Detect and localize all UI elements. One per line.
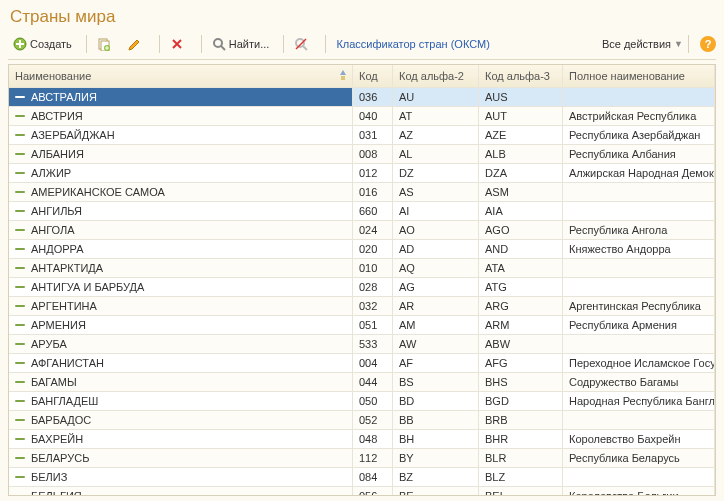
table-row[interactable]: АНГОЛА024AOAGOРеспублика Ангола <box>9 221 715 240</box>
table-row[interactable]: АНГИЛЬЯ660AIAIA <box>9 202 715 221</box>
cell-alpha3: BLR <box>479 449 563 467</box>
cell-name: АРМЕНИЯ <box>9 316 353 334</box>
table-row[interactable]: БЕЛАРУСЬ112BYBLRРеспублика Беларусь <box>9 449 715 468</box>
create-label: Создать <box>30 38 72 50</box>
cell-name: АВСТРАЛИЯ <box>9 88 353 106</box>
table-row[interactable]: АВСТРАЛИЯ036AUAUS <box>9 88 715 107</box>
find-label: Найти... <box>229 38 270 50</box>
table-row[interactable]: БАГАМЫ044BSBHSСодружество Багамы <box>9 373 715 392</box>
table-row[interactable]: АВСТРИЯ040ATAUTАвстрийская Республика <box>9 107 715 126</box>
cell-alpha3: ASM <box>479 183 563 201</box>
cell-code: 048 <box>353 430 393 448</box>
cell-code: 112 <box>353 449 393 467</box>
create-button[interactable]: Создать <box>8 35 77 53</box>
cell-name: АНДОРРА <box>9 240 353 258</box>
cell-fullname: Республика Армения <box>563 316 715 334</box>
table-row[interactable]: АРМЕНИЯ051AMARMРеспублика Армения <box>9 316 715 335</box>
cell-code: 004 <box>353 354 393 372</box>
cell-alpha2: DZ <box>393 164 479 182</box>
cell-fullname: Республика Азербайджан <box>563 126 715 144</box>
cell-alpha2: AF <box>393 354 479 372</box>
cell-alpha3: ABW <box>479 335 563 353</box>
edit-button[interactable] <box>123 35 150 53</box>
cell-fullname: Австрийская Республика <box>563 107 715 125</box>
table-row[interactable]: АФГАНИСТАН004AFAFGПереходное Исламское Г… <box>9 354 715 373</box>
cell-code: 031 <box>353 126 393 144</box>
clear-filter-button[interactable] <box>289 35 316 53</box>
cell-code: 056 <box>353 487 393 495</box>
delete-button[interactable] <box>165 35 192 53</box>
copy-button[interactable] <box>92 35 119 53</box>
edit-icon <box>128 37 142 51</box>
separator <box>159 35 160 53</box>
separator <box>86 35 87 53</box>
table-row[interactable]: АРГЕНТИНА032ARARGАргентинская Республика <box>9 297 715 316</box>
cell-code: 020 <box>353 240 393 258</box>
cell-alpha2: AR <box>393 297 479 315</box>
cell-alpha2: AZ <box>393 126 479 144</box>
cell-name: БАНГЛАДЕШ <box>9 392 353 410</box>
cell-alpha3: BHS <box>479 373 563 391</box>
grid-body[interactable]: АВСТРАЛИЯ036AUAUSАВСТРИЯ040ATAUTАвстрийс… <box>9 88 715 495</box>
cell-name: АРГЕНТИНА <box>9 297 353 315</box>
table-row[interactable]: АНДОРРА020ADANDКняжество Андорра <box>9 240 715 259</box>
cell-name: АРУБА <box>9 335 353 353</box>
col-header-fullname[interactable]: Полное наименование <box>563 65 715 87</box>
cell-fullname: Содружество Багамы <box>563 373 715 391</box>
cell-name: АНГОЛА <box>9 221 353 239</box>
data-grid: Наименование Код Код альфа-2 Код альфа-3… <box>8 64 716 496</box>
separator <box>325 35 326 53</box>
cell-alpha2: AQ <box>393 259 479 277</box>
table-row[interactable]: БЕЛЬГИЯ056BEBELКоролевство Бельгии <box>9 487 715 495</box>
cell-alpha3: ATG <box>479 278 563 296</box>
cell-name: БЕЛИЗ <box>9 468 353 486</box>
cell-name: АЛЖИР <box>9 164 353 182</box>
col-header-code[interactable]: Код <box>353 65 393 87</box>
cell-alpha2: BD <box>393 392 479 410</box>
table-row[interactable]: БАРБАДОС052BBBRB <box>9 411 715 430</box>
cell-code: 050 <box>353 392 393 410</box>
table-row[interactable]: БАНГЛАДЕШ050BDBGDНародная Республика Бан… <box>9 392 715 411</box>
cell-fullname: Алжирская Народная Демократич <box>563 164 715 182</box>
cell-code: 044 <box>353 373 393 391</box>
col-header-alpha3[interactable]: Код альфа-3 <box>479 65 563 87</box>
find-button[interactable]: Найти... <box>207 35 275 53</box>
cell-alpha2: BB <box>393 411 479 429</box>
cell-fullname <box>563 278 715 296</box>
cell-code: 660 <box>353 202 393 220</box>
cell-alpha3: ARM <box>479 316 563 334</box>
classifier-button[interactable]: Классификатор стран (ОКСМ) <box>331 36 494 52</box>
cell-fullname: Республика Ангола <box>563 221 715 239</box>
separator <box>283 35 284 53</box>
table-row[interactable]: АНТИГУА И БАРБУДА028AGATG <box>9 278 715 297</box>
cell-alpha3: ATA <box>479 259 563 277</box>
table-row[interactable]: БЕЛИЗ084BZBLZ <box>9 468 715 487</box>
cell-fullname: Королевство Бельгии <box>563 487 715 495</box>
table-row[interactable]: АЛБАНИЯ008ALALBРеспублика Албания <box>9 145 715 164</box>
cell-name: АНТИГУА И БАРБУДА <box>9 278 353 296</box>
toolbar: Создать Найти... Классификатор стран (ОК… <box>8 33 716 60</box>
cell-code: 028 <box>353 278 393 296</box>
cell-fullname <box>563 183 715 201</box>
table-row[interactable]: АРУБА533AWABW <box>9 335 715 354</box>
cell-alpha3: AIA <box>479 202 563 220</box>
cell-name: АФГАНИСТАН <box>9 354 353 372</box>
table-row[interactable]: АЗЕРБАЙДЖАН031AZAZEРеспублика Азербайджа… <box>9 126 715 145</box>
table-row[interactable]: БАХРЕЙН048BHBHRКоролевство Бахрейн <box>9 430 715 449</box>
cell-name: АЗЕРБАЙДЖАН <box>9 126 353 144</box>
cell-name: БАРБАДОС <box>9 411 353 429</box>
add-icon <box>13 37 27 51</box>
all-actions-menu[interactable]: Все действия ▼ <box>602 38 683 50</box>
table-row[interactable]: АМЕРИКАНСКОЕ САМОА016ASASM <box>9 183 715 202</box>
table-row[interactable]: АНТАРКТИДА010AQATA <box>9 259 715 278</box>
cell-alpha2: BE <box>393 487 479 495</box>
help-button[interactable]: ? <box>700 36 716 52</box>
cell-alpha3: ALB <box>479 145 563 163</box>
cell-code: 012 <box>353 164 393 182</box>
col-header-name[interactable]: Наименование <box>9 65 353 87</box>
table-row[interactable]: АЛЖИР012DZDZAАлжирская Народная Демократ… <box>9 164 715 183</box>
cell-alpha2: AI <box>393 202 479 220</box>
cell-fullname: Княжество Андорра <box>563 240 715 258</box>
col-header-alpha2[interactable]: Код альфа-2 <box>393 65 479 87</box>
cell-name: АНТАРКТИДА <box>9 259 353 277</box>
